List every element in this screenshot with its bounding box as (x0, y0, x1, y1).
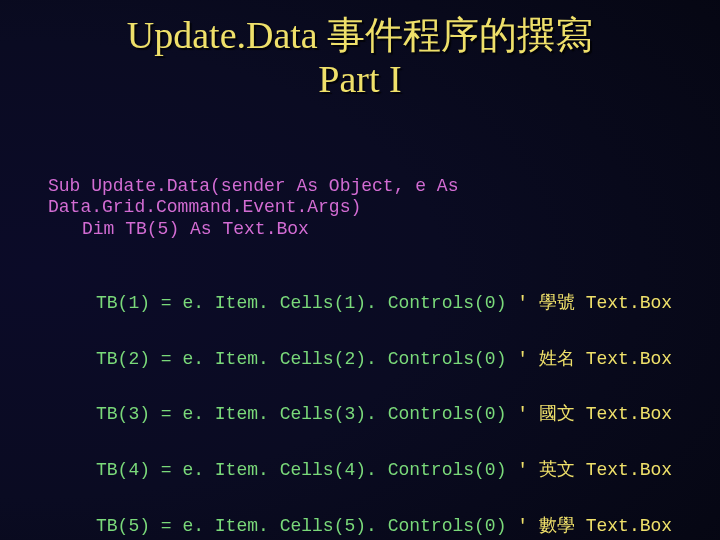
assign-lhs: TB(5) = e. Item. Cells(5). Controls(0) (96, 516, 506, 536)
assign-row: TB(2) = e. Item. Cells(2). Controls(0) '… (96, 346, 672, 374)
assign-comment: ' 英文 Text.Box (506, 460, 672, 480)
assign-comment: ' 學號 Text.Box (506, 293, 672, 313)
assign-lhs: TB(2) = e. Item. Cells(2). Controls(0) (96, 349, 506, 369)
assign-row: TB(1) = e. Item. Cells(1). Controls(0) '… (96, 290, 672, 318)
decl-line-3: Dim TB(5) As Text.Box (82, 219, 309, 239)
code-assignments: TB(1) = e. Item. Cells(1). Controls(0) '… (96, 262, 672, 540)
assign-lhs: TB(4) = e. Item. Cells(4). Controls(0) (96, 460, 506, 480)
assign-comment: ' 國文 Text.Box (506, 404, 672, 424)
assign-lhs: TB(3) = e. Item. Cells(3). Controls(0) (96, 404, 506, 424)
assign-lhs: TB(1) = e. Item. Cells(1). Controls(0) (96, 293, 506, 313)
assign-row: TB(5) = e. Item. Cells(5). Controls(0) '… (96, 513, 672, 540)
assign-comment: ' 數學 Text.Box (506, 516, 672, 536)
decl-line-2: Data.Grid.Command.Event.Args) (48, 197, 361, 217)
assign-row: TB(4) = e. Item. Cells(4). Controls(0) '… (96, 457, 672, 485)
slide-title: Update.Data 事件程序的撰寫 Part I (0, 0, 720, 101)
decl-line-1: Sub Update.Data(sender As Object, e As (48, 176, 458, 196)
title-line-2: Part I (0, 58, 720, 102)
code-declaration: Sub Update.Data(sender As Object, e As D… (48, 155, 458, 240)
assign-comment: ' 姓名 Text.Box (506, 349, 672, 369)
title-line-1: Update.Data 事件程序的撰寫 (0, 14, 720, 58)
assign-row: TB(3) = e. Item. Cells(3). Controls(0) '… (96, 401, 672, 429)
